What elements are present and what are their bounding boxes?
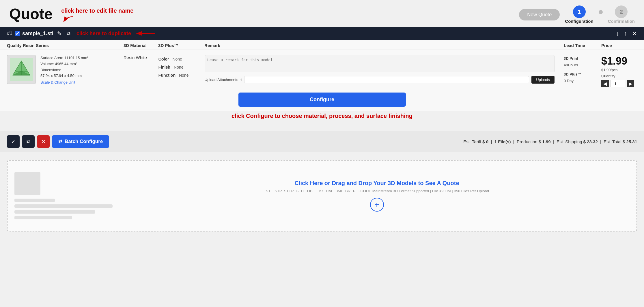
upload-zone-main: Click Here or Drag and Drop Your 3D Mode… — [124, 180, 630, 212]
duplicate-file-button[interactable]: ⧉ — [65, 30, 72, 37]
batch-label: Batch Configure — [65, 139, 103, 144]
bottom-bar-right: Est. Tariff $ 0 | 1 File(s) | Production… — [112, 139, 637, 144]
content-inner: Surface Area: 11101.15 mm² Volume: 4965.… — [0, 50, 644, 90]
upload-drop-zone[interactable]: Click Here or Drag and Drop Your 3D Mode… — [7, 160, 637, 231]
price-sub: $1.99/pcs — [601, 68, 637, 72]
remove-file-button[interactable]: ✕ — [632, 30, 637, 37]
configure-button[interactable]: Configure — [238, 93, 406, 107]
step-divider — [599, 10, 603, 14]
tariff-label: Est. Tariff — [463, 139, 481, 144]
leadtime-row1-value: 48Hours — [564, 63, 578, 67]
placeholder-line-3 — [14, 210, 95, 214]
new-quote-button[interactable]: New Quote — [519, 9, 560, 20]
volume: Volume: 4965.44 mm³ — [40, 61, 117, 67]
page-title: Quote — [9, 5, 53, 22]
scale-change-unit-link[interactable]: Scale & Change Unit — [40, 80, 117, 84]
leadtime-row2-value: 0 Day — [564, 79, 574, 83]
price-section: $1.99 $1.99/pcs Quantity ◀ ▶ — [597, 55, 637, 87]
tariff-value: $ 0 — [482, 139, 488, 144]
function-value: None — [179, 71, 188, 79]
file-checkbox[interactable] — [15, 31, 20, 36]
files-count: 1 File(s) — [494, 139, 511, 144]
shipping-value: $ 23.32 — [583, 139, 598, 144]
step-1-label: Configuration — [565, 19, 593, 24]
uploads-button[interactable]: Uploads — [531, 76, 555, 84]
col-header-remark: Remark — [200, 43, 559, 50]
qty-increase-button[interactable]: ▶ — [627, 80, 634, 87]
step-1-circle: 1 — [573, 5, 586, 18]
finish-label: Finish — [158, 63, 170, 71]
col-header-material: 3D Material — [117, 43, 154, 50]
total-value: $ 25.31 — [623, 139, 637, 144]
leadtime-row1-label: 3D Print — [564, 56, 578, 61]
model-thumbnail — [7, 55, 36, 84]
qty-label: Quantity — [601, 74, 637, 78]
upload-zone-subtitle: .STL .STP .STEP .GLTF .OBJ .FBX .DAE .3M… — [124, 189, 630, 193]
plus-section: Color None Finish None Function None — [154, 55, 200, 79]
bottom-bar-left: ✓ ⧉ ✕ ⇄ Batch Configure — [7, 135, 109, 148]
move-up-button[interactable]: ↑ — [624, 30, 627, 37]
file-name: sample_1.stl — [22, 31, 53, 37]
move-down-button[interactable]: ↓ — [616, 30, 619, 37]
col-header-plus: 3D Plus™ — [154, 43, 200, 50]
file-row-right: ↓ ↑ ✕ — [616, 30, 637, 37]
batch-configure-button[interactable]: ⇄ Batch Configure — [52, 135, 109, 148]
col-header-price: Price — [597, 43, 637, 50]
model-3d-preview — [10, 58, 33, 81]
remark-textarea[interactable] — [205, 55, 555, 72]
upload-zone-plus-button[interactable]: + — [370, 198, 384, 212]
file-number: #1 — [7, 31, 12, 36]
page-header: Quote click here to edit file name New Q… — [0, 0, 644, 27]
placeholder-line-1 — [14, 199, 55, 202]
remark-section: Upload Attachments ℹ Uploads — [200, 55, 559, 84]
leadtime-row2-label: 3D Plus™ — [564, 72, 581, 76]
batch-icon: ⇄ — [58, 139, 62, 145]
configure-annotation-area: click Configure to choose material, proc… — [0, 111, 644, 119]
total-label: Est. Total — [604, 139, 621, 144]
col-header-series: Quality Resin Series — [7, 43, 117, 50]
production-value: $ 1.99 — [539, 139, 551, 144]
function-label: Function — [158, 71, 176, 79]
step-1: 1 Configuration — [565, 5, 593, 24]
configure-row: Configure — [0, 90, 644, 111]
upload-input[interactable] — [244, 76, 529, 83]
dimensions-value: 57.94 x 57.94 x 4.50 mm — [40, 73, 117, 79]
annotation-duplicate: click here to duplicate — [76, 31, 131, 37]
check-all-button[interactable]: ✓ — [7, 135, 20, 148]
price-main: $1.99 — [601, 55, 637, 67]
step-2: 2 Confirmation — [608, 5, 635, 24]
qty-input[interactable] — [611, 80, 625, 87]
upload-zone-title: Click Here or Drag and Drop Your 3D Mode… — [124, 180, 630, 187]
finish-value: None — [174, 63, 183, 71]
bottom-bar: ✓ ⧉ ✕ ⇄ Batch Configure Est. Tariff $ 0 … — [0, 131, 644, 152]
quantity-stepper: ◀ ▶ — [601, 80, 637, 87]
configure-annotation: click Configure to choose material, proc… — [232, 113, 412, 119]
arrow-duplicate-icon — [135, 30, 158, 37]
upload-row: Upload Attachments ℹ Uploads — [205, 76, 555, 84]
arrow-edit-icon — [61, 15, 76, 24]
production-label: Production — [517, 139, 537, 144]
color-value: None — [172, 55, 182, 63]
leadtime-section: 3D Print 48Hours 3D Plus™ 0 Day — [559, 55, 597, 84]
dimensions-label: Dimensions: — [40, 67, 117, 73]
material-section: Resin White — [117, 55, 154, 60]
qty-decrease-button[interactable]: ◀ — [601, 80, 609, 87]
edit-filename-button[interactable]: ✎ — [56, 30, 63, 37]
surface-area: Surface Area: 11101.15 mm² — [40, 55, 117, 61]
placeholder-line-2 — [14, 204, 113, 208]
content-card: Quality Resin Series 3D Material 3D Plus… — [0, 40, 644, 111]
color-label: Color — [158, 55, 169, 63]
delete-button[interactable]: ✕ — [37, 135, 50, 148]
upload-label: Upload Attachments — [205, 78, 238, 82]
material-name: Resin White — [124, 55, 147, 60]
model-section: Surface Area: 11101.15 mm² Volume: 4965.… — [7, 55, 117, 84]
info-icon: ℹ — [240, 78, 242, 82]
model-info: Surface Area: 11101.15 mm² Volume: 4965.… — [40, 55, 117, 84]
col-header-leadtime: Lead Time — [559, 43, 597, 50]
step-2-circle: 2 — [615, 5, 628, 18]
copy-button[interactable]: ⧉ — [22, 135, 35, 148]
upload-zone-placeholder — [14, 172, 113, 219]
file-row-left: #1 sample_1.stl ✎ ⧉ click here to duplic… — [7, 30, 613, 37]
file-row: #1 sample_1.stl ✎ ⧉ click here to duplic… — [0, 27, 644, 40]
step-2-label: Confirmation — [608, 19, 635, 24]
